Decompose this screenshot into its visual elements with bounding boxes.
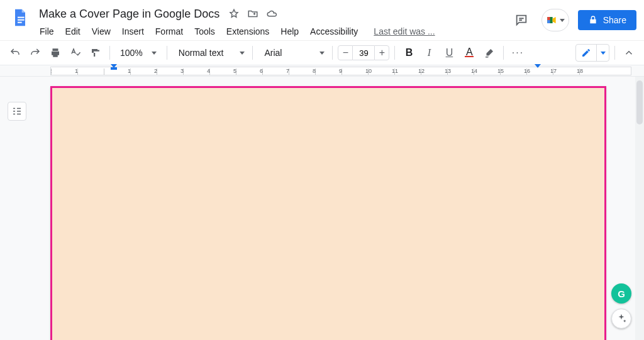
move-icon[interactable]: [247, 8, 258, 19]
zoom-select[interactable]: 100%: [115, 48, 162, 58]
document-canvas: G: [0, 77, 644, 340]
cloud-status-icon[interactable]: [266, 8, 277, 19]
font-family-select[interactable]: Arial: [258, 48, 327, 58]
font-size-input[interactable]: [353, 45, 374, 60]
underline-button[interactable]: U: [440, 44, 458, 62]
redo-button[interactable]: [26, 44, 44, 62]
chevron-down-icon: [596, 45, 609, 61]
docs-logo[interactable]: [8, 5, 33, 30]
font-size-stepper: − +: [338, 45, 389, 60]
menu-view[interactable]: View: [87, 24, 115, 39]
hide-menus-button[interactable]: [620, 44, 638, 62]
separator: [394, 46, 395, 60]
document-title[interactable]: Make a Cover Page in Google Docs: [35, 6, 223, 22]
document-outline-button[interactable]: [8, 102, 26, 121]
italic-button[interactable]: I: [420, 44, 438, 62]
comment-history-button[interactable]: [510, 9, 533, 31]
chevron-down-icon: [152, 52, 157, 55]
bold-button[interactable]: B: [400, 44, 418, 62]
editing-mode-button[interactable]: [575, 44, 609, 62]
text-color-button[interactable]: A: [460, 44, 478, 62]
toolbar: 100% Normal text Arial − + B I U A ···: [0, 40, 644, 65]
menu-accessibility[interactable]: Accessibility: [306, 24, 362, 39]
menu-extensions[interactable]: Extensions: [222, 24, 274, 39]
print-button[interactable]: [47, 44, 64, 62]
left-indent-marker[interactable]: [111, 64, 117, 70]
menubar: File Edit View Insert Format Tools Exten…: [35, 23, 505, 39]
paragraph-style-select[interactable]: Normal text: [172, 48, 248, 58]
separator: [167, 46, 167, 60]
separator: [252, 46, 253, 60]
menu-insert[interactable]: Insert: [118, 24, 148, 39]
horizontal-ruler[interactable]: 2 1 1 2 3 4 5 6 7 8 9 10 11 12 13 14 15 …: [0, 65, 644, 77]
svg-rect-2: [18, 22, 22, 23]
chevron-down-icon: [319, 52, 325, 55]
separator: [503, 46, 504, 60]
chevron-down-icon: [560, 19, 565, 22]
grammarly-fab[interactable]: G: [611, 283, 631, 304]
menu-format[interactable]: Format: [151, 24, 187, 39]
right-indent-marker[interactable]: [535, 64, 541, 68]
separator: [109, 46, 110, 60]
svg-rect-0: [18, 17, 25, 18]
meet-button[interactable]: [541, 9, 569, 31]
svg-rect-1: [18, 19, 25, 21]
last-edit-link[interactable]: Last edit was ...: [370, 24, 438, 39]
font-size-increase[interactable]: +: [374, 45, 389, 60]
vertical-scrollbar[interactable]: [635, 77, 644, 340]
highlight-color-button[interactable]: [480, 44, 498, 62]
paint-format-button[interactable]: [87, 44, 104, 62]
more-tools-button[interactable]: ···: [509, 44, 526, 62]
font-size-decrease[interactable]: −: [338, 45, 353, 60]
share-button-label: Share: [603, 15, 626, 25]
pencil-icon: [576, 48, 596, 58]
explore-fab[interactable]: [611, 309, 631, 329]
undo-button[interactable]: [6, 44, 24, 62]
separator: [614, 46, 615, 60]
menu-help[interactable]: Help: [276, 24, 303, 39]
page-1[interactable]: [50, 86, 606, 340]
chevron-down-icon: [240, 52, 245, 55]
separator: [332, 46, 333, 60]
star-icon[interactable]: [228, 8, 240, 19]
spellcheck-button[interactable]: [67, 44, 84, 62]
menu-tools[interactable]: Tools: [190, 24, 219, 39]
share-button[interactable]: Share: [578, 10, 636, 30]
menu-file[interactable]: File: [35, 24, 58, 39]
menu-edit[interactable]: Edit: [61, 24, 85, 39]
